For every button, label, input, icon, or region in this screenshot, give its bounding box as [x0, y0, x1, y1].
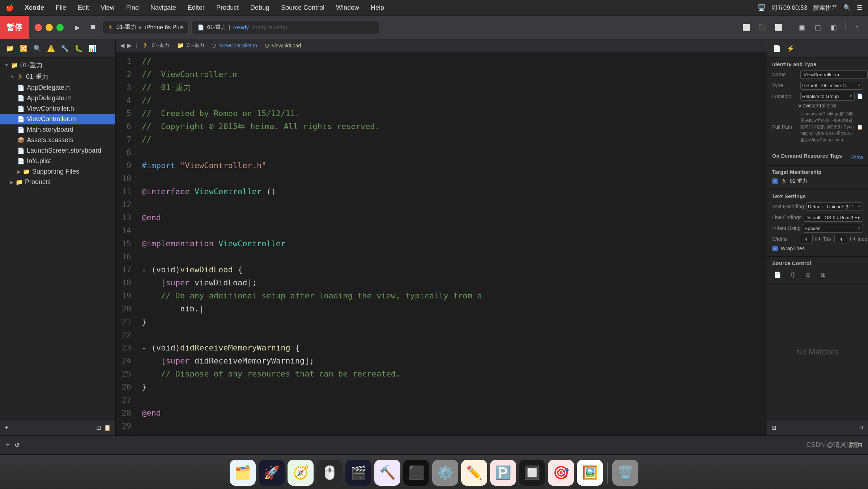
dock-xcode-build[interactable]: 🔨 — [374, 460, 400, 486]
menu-file[interactable]: File — [54, 3, 68, 12]
warning-icon[interactable]: ⚠️ — [46, 43, 56, 54]
tree-item-viewcontroller-m[interactable]: 📄 ViewController.m — [0, 114, 115, 124]
location-select[interactable]: Relative to Group — [800, 92, 855, 101]
line-endings-select[interactable]: Default - OS X / Unix (LF) — [804, 213, 863, 222]
menu-find[interactable]: Find — [124, 3, 141, 12]
code-line[interactable]: // Dispose of any resources that can be … — [142, 367, 761, 380]
dock-quicktime[interactable]: 🎬 — [345, 460, 371, 486]
sc-circle-icon[interactable]: ⊙ — [803, 269, 813, 280]
layout-3-icon[interactable]: ◧ — [827, 21, 840, 34]
add-file-icon[interactable]: + — [4, 424, 9, 432]
show-link[interactable]: Show — [850, 154, 863, 160]
folder-icon[interactable]: 📁 — [4, 43, 15, 54]
stop-button[interactable]: ⏹ — [87, 21, 100, 34]
dock-paintbrush[interactable]: 🅿️ — [490, 460, 516, 486]
menu-product[interactable]: Product — [214, 3, 241, 12]
encoding-select[interactable]: Default - Unicode (UT... — [806, 202, 863, 211]
code-line[interactable] — [142, 420, 761, 433]
symbol-icon[interactable]: 🔍 — [32, 43, 43, 54]
rp-grid-icon[interactable]: ⊞ — [771, 424, 776, 431]
tree-item-appdelegate-h[interactable]: 📄 AppDelegate.h — [0, 82, 115, 93]
sidebar-filter-icon[interactable]: ⊡ — [96, 424, 101, 431]
code-line[interactable] — [142, 172, 761, 185]
dock-terminal[interactable]: ⬛ — [403, 460, 429, 486]
code-line[interactable]: // Copyright © 2015年 heima. All rights r… — [142, 120, 761, 133]
indent-using-select[interactable]: Spaces — [803, 224, 863, 233]
code-line[interactable]: - (void)viewDidLoad { — [142, 263, 761, 276]
share-icon[interactable]: ↑ — [851, 21, 864, 34]
name-input[interactable] — [800, 70, 868, 79]
tree-item-supporting[interactable]: ▶ 📁 Supporting Files — [0, 166, 115, 177]
search-icon[interactable]: 🔍 — [843, 4, 851, 12]
menu-edit[interactable]: Edit — [76, 3, 91, 12]
type-select[interactable]: Default - Objective-C... — [800, 81, 863, 90]
fullpath-copy-icon[interactable]: 📋 — [857, 124, 863, 130]
sc-layout-icon[interactable]: ⊞ — [818, 269, 829, 280]
nav-project-icon[interactable]: 🏃 — [142, 42, 149, 49]
code-line[interactable]: // — [142, 133, 761, 146]
dock-mouse[interactable]: 🖱️ — [316, 460, 342, 486]
rp-quick-icon[interactable]: ⚡ — [785, 43, 796, 54]
code-line[interactable]: } — [142, 315, 761, 328]
code-line[interactable]: @end — [142, 407, 761, 420]
tree-item-assets[interactable]: 📦 Assets.xcassets — [0, 135, 115, 145]
rp-file-icon[interactable]: 📄 — [771, 43, 782, 54]
layout-1-icon[interactable]: ▣ — [795, 21, 808, 34]
dock-trash[interactable]: 🗑️ — [612, 460, 638, 486]
tree-item-viewcontroller-h[interactable]: 📄 ViewController.h — [0, 103, 115, 114]
code-line[interactable]: // 01-重力 — [142, 81, 761, 94]
tree-item-project[interactable]: ▼ 🏃 01-重力 — [0, 71, 115, 82]
menu-editor[interactable]: Editor — [186, 3, 207, 12]
dock-preview[interactable]: 🖼️ — [577, 460, 603, 486]
code-line[interactable]: // Do any additional setup after loading… — [142, 289, 761, 302]
sc-file-icon[interactable]: 📄 — [772, 269, 783, 280]
menu-xcode[interactable]: Xcode — [22, 3, 46, 12]
up-down-icon2[interactable]: ⬆⬇ — [849, 237, 856, 242]
test-icon[interactable]: 🔧 — [59, 43, 70, 54]
tab-width-input[interactable] — [800, 235, 813, 243]
tree-item-main-storyboard[interactable]: 📄 Main.storyboard — [0, 124, 115, 135]
code-line[interactable] — [142, 394, 761, 407]
code-line[interactable]: // ViewController.m — [142, 68, 761, 81]
scheme-selector[interactable]: 🏃 01-重力 ▶ iPhone 6s Plus — [103, 21, 188, 34]
run-button[interactable]: ▶ — [71, 21, 84, 34]
tree-item-products[interactable]: ▶ 📁 Products — [0, 177, 115, 187]
apple-icon[interactable]: 🍎 — [6, 4, 14, 12]
code-line[interactable]: // — [142, 55, 761, 68]
dock-app-dark[interactable]: 🔲 — [519, 460, 545, 486]
view-center-icon[interactable]: ⬛ — [756, 21, 769, 34]
code-line[interactable]: [super didReceiveMemoryWarning]; — [142, 354, 761, 367]
menu-navigate[interactable]: Navigate — [148, 3, 178, 12]
up-down-icon[interactable]: ⬆⬇ — [814, 237, 821, 242]
debug-icon[interactable]: 🐛 — [73, 43, 84, 54]
git-icon[interactable]: 🔀 — [18, 43, 29, 54]
layout-2-icon[interactable]: ◫ — [811, 21, 824, 34]
location-file-icon[interactable]: 📄 — [857, 93, 863, 99]
dock-launchpad[interactable]: 🚀 — [259, 460, 285, 486]
dock-sys-prefs[interactable]: ⚙️ — [432, 460, 458, 486]
nav-back-icon[interactable]: ◀ — [120, 42, 124, 49]
wrap-lines-checkbox[interactable]: ✓ — [772, 246, 778, 251]
code-line[interactable]: nib.| — [142, 302, 761, 315]
tree-item-launchscreen[interactable]: 📄 LaunchScreen.storyboard — [0, 145, 115, 156]
tree-item-infoplist[interactable]: 📄 Info.plist — [0, 156, 115, 166]
menu-help[interactable]: Help — [369, 3, 386, 12]
code-editor[interactable]: 1234567891011121314151617181920212223242… — [116, 52, 767, 435]
code-line[interactable]: // Created by Romeo on 15/12/11. — [142, 107, 761, 120]
menu-debug[interactable]: Debug — [248, 3, 272, 12]
code-line[interactable]: @end — [142, 211, 761, 224]
minimize-button[interactable] — [46, 24, 53, 31]
nav-forward-icon[interactable]: ▶ — [127, 42, 132, 49]
close-button[interactable] — [35, 24, 42, 31]
code-line[interactable]: @interface ViewController () — [142, 185, 761, 198]
dock-sketch[interactable]: ✏️ — [461, 460, 487, 486]
rp-refresh-icon[interactable]: ↺ — [859, 424, 864, 431]
indent-width-input[interactable] — [834, 235, 847, 243]
code-line[interactable] — [142, 250, 761, 263]
target-checkbox[interactable]: ✓ — [772, 178, 778, 184]
code-lines[interactable]: //// ViewController.m// 01-重力//// Create… — [136, 52, 767, 435]
code-line[interactable] — [142, 198, 761, 211]
code-line[interactable] — [142, 224, 761, 237]
history-icon[interactable]: ↺ — [14, 441, 20, 449]
dock-safari[interactable]: 🧭 — [288, 460, 314, 486]
